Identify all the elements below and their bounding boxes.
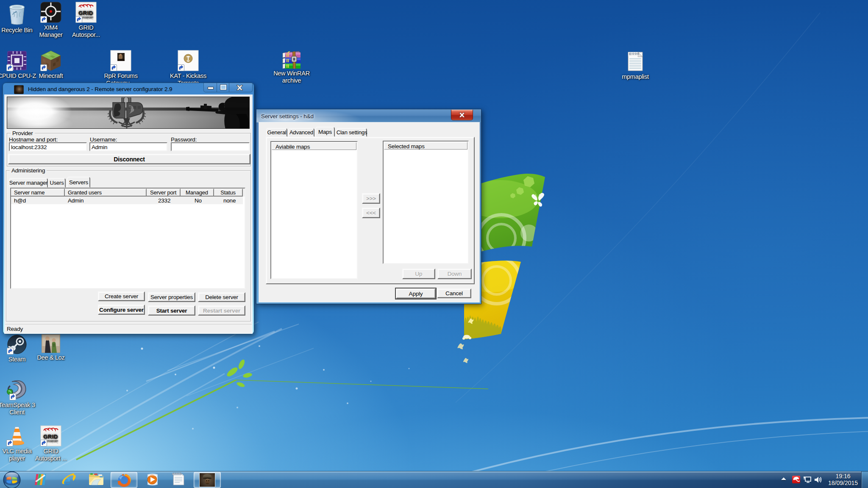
svg-text:GRID: GRID bbox=[78, 10, 93, 16]
svg-text:GRID: GRID bbox=[43, 433, 58, 440]
